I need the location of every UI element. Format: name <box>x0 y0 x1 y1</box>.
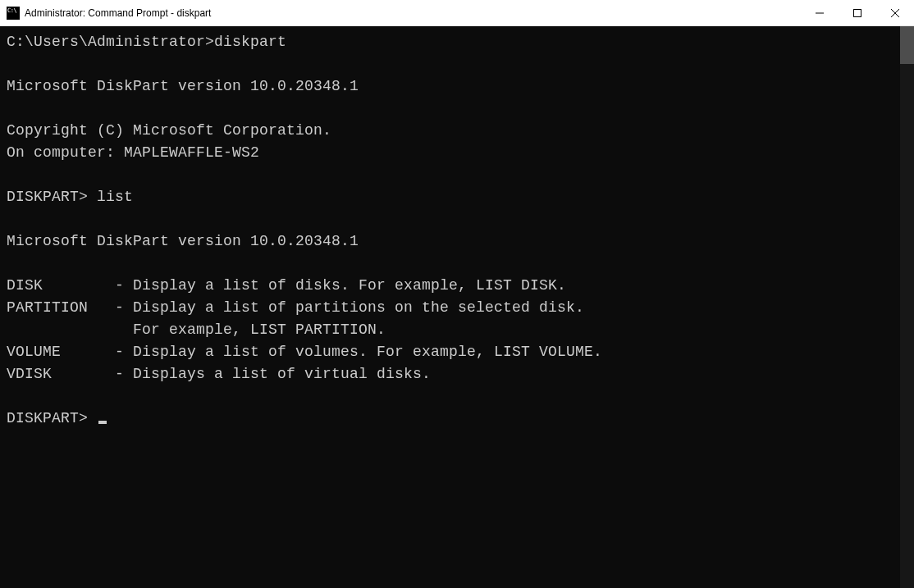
console-area: C:\Users\Administrator>diskpart Microsof… <box>0 26 914 588</box>
close-button[interactable] <box>876 0 914 25</box>
console-line: For example, LIST PARTITION. <box>7 321 386 338</box>
shell-prompt: C:\Users\Administrator> <box>7 34 214 50</box>
close-icon <box>891 9 899 17</box>
window-title: Administrator: Command Prompt - diskpart <box>25 7 801 19</box>
window-controls <box>801 0 914 25</box>
console-line: VOLUME - Display a list of volumes. For … <box>7 344 602 360</box>
text-cursor <box>98 421 107 424</box>
console-line: Microsoft DiskPart version 10.0.20348.1 <box>7 233 359 249</box>
console-line: VDISK - Displays a list of virtual disks… <box>7 366 431 382</box>
maximize-button[interactable] <box>839 0 876 25</box>
scrollbar-thumb[interactable] <box>900 26 914 64</box>
console-line: DISK - Display a list of disks. For exam… <box>7 277 566 294</box>
console-output[interactable]: C:\Users\Administrator>diskpart Microsof… <box>0 26 900 588</box>
minimize-icon <box>816 9 824 17</box>
diskpart-prompt: DISKPART> <box>7 410 97 426</box>
diskpart-command: list <box>97 189 133 205</box>
console-line: Copyright (C) Microsoft Corporation. <box>7 122 331 139</box>
console-line: PARTITION - Display a list of partitions… <box>7 299 584 316</box>
minimize-button[interactable] <box>801 0 839 25</box>
console-line: Microsoft DiskPart version 10.0.20348.1 <box>7 78 359 94</box>
maximize-icon <box>853 9 861 17</box>
console-line: On computer: MAPLEWAFFLE-WS2 <box>7 144 259 161</box>
svg-rect-1 <box>854 9 861 16</box>
shell-command: diskpart <box>214 34 286 50</box>
diskpart-prompt: DISKPART> <box>7 189 97 205</box>
vertical-scrollbar[interactable] <box>900 26 914 588</box>
cmd-icon <box>7 7 20 20</box>
window-titlebar: Administrator: Command Prompt - diskpart <box>0 0 914 26</box>
